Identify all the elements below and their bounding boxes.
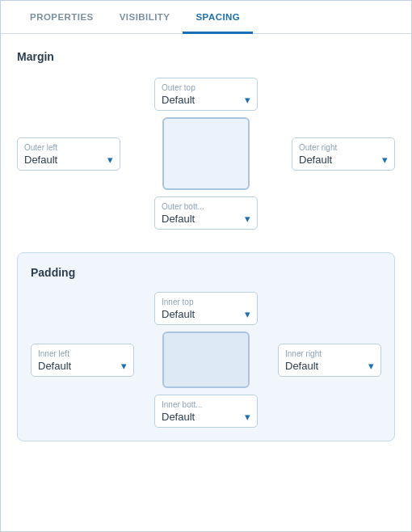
tab-visibility[interactable]: VISIBILITY — [107, 1, 183, 34]
margin-title: Margin — [17, 50, 395, 63]
inner-top-label: Inner top — [162, 298, 250, 306]
padding-title: Padding — [31, 266, 381, 279]
inner-right-label: Inner right — [285, 349, 374, 358]
outer-right-chevron-icon: ▾ — [382, 154, 388, 166]
inner-left-dropdown[interactable]: Inner left Default ▾ — [31, 344, 134, 377]
outer-bottom-dropdown[interactable]: Outer bott... Default ▾ — [154, 196, 258, 230]
padding-center-box — [162, 331, 250, 388]
inner-bottom-label: Inner bott... — [162, 400, 250, 409]
tab-spacing[interactable]: SPACING — [183, 1, 253, 34]
inner-left-label: Inner left — [38, 349, 127, 358]
inner-top-value: Default — [162, 308, 195, 320]
tab-properties[interactable]: PROPERTIES — [17, 1, 107, 34]
outer-left-label: Outer left — [24, 143, 113, 152]
outer-bottom-chevron-icon: ▾ — [245, 213, 250, 225]
outer-bottom-value: Default — [162, 213, 195, 225]
inner-right-value-row: Default ▾ — [285, 360, 374, 372]
padding-grid: Inner top Default ▾ Inner left Default ▾… — [31, 292, 381, 428]
inner-top-dropdown[interactable]: Inner top Default ▾ — [154, 292, 258, 325]
content-area: Margin Outer top Default ▾ Outer left De… — [1, 34, 411, 458]
inner-right-chevron-icon: ▾ — [368, 360, 374, 372]
inner-right-value: Default — [285, 360, 318, 372]
margin-section: Margin Outer top Default ▾ Outer left De… — [17, 50, 395, 230]
outer-bottom-value-row: Default ▾ — [162, 213, 250, 225]
outer-top-dropdown[interactable]: Outer top Default ▾ — [154, 78, 258, 111]
outer-left-dropdown[interactable]: Outer left Default ▾ — [17, 137, 120, 171]
outer-top-value-row: Default ▾ — [162, 94, 250, 106]
outer-left-value: Default — [24, 154, 57, 166]
outer-right-label: Outer right — [299, 143, 388, 152]
inner-bottom-value-row: Default ▾ — [162, 411, 250, 423]
inner-bottom-dropdown[interactable]: Inner bott... Default ▾ — [154, 395, 258, 428]
outer-left-chevron-icon: ▾ — [107, 154, 113, 166]
outer-left-value-row: Default ▾ — [24, 154, 113, 166]
inner-top-chevron-icon: ▾ — [245, 308, 250, 320]
outer-right-value-row: Default ▾ — [299, 154, 388, 166]
inner-bottom-chevron-icon: ▾ — [245, 411, 250, 423]
inner-left-chevron-icon: ▾ — [121, 360, 127, 372]
inner-top-value-row: Default ▾ — [162, 308, 250, 320]
inner-left-value: Default — [38, 360, 71, 372]
outer-bottom-label: Outer bott... — [162, 202, 250, 211]
margin-center-box — [162, 117, 250, 190]
inner-left-value-row: Default ▾ — [38, 360, 127, 372]
inner-right-dropdown[interactable]: Inner right Default ▾ — [278, 344, 381, 377]
tab-bar: PROPERTIES VISIBILITY SPACING — [1, 1, 411, 34]
padding-section: Padding Inner top Default ▾ Inner left D… — [17, 252, 395, 441]
outer-top-label: Outer top — [162, 83, 250, 92]
outer-top-chevron-icon: ▾ — [245, 94, 250, 106]
outer-right-dropdown[interactable]: Outer right Default ▾ — [292, 137, 395, 171]
margin-grid: Outer top Default ▾ Outer left Default ▾… — [17, 78, 395, 230]
outer-right-value: Default — [299, 154, 332, 166]
outer-top-value: Default — [162, 94, 195, 106]
inner-bottom-value: Default — [162, 411, 195, 423]
